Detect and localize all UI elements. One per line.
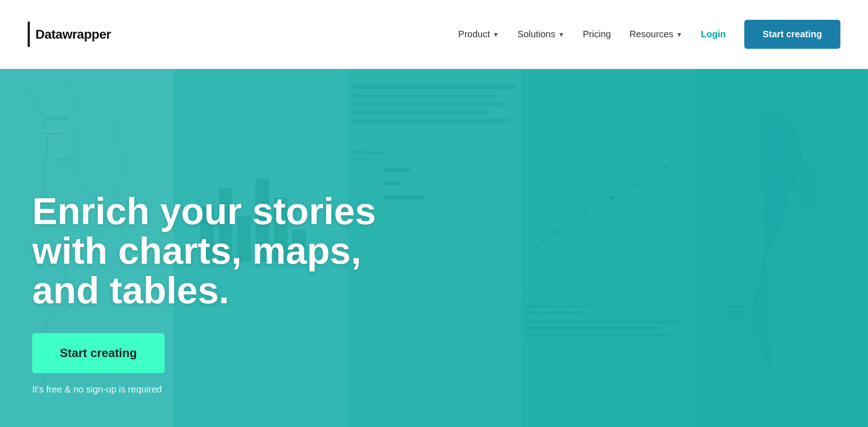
nav-item-resources[interactable]: Resources ▼ bbox=[629, 29, 682, 40]
logo-text: Datawrapper bbox=[35, 27, 111, 42]
nav-product-label: Product bbox=[458, 29, 490, 40]
logo-bar bbox=[28, 22, 30, 47]
hero-cta-button[interactable]: Start creating bbox=[32, 333, 165, 373]
nav-login-link[interactable]: Login bbox=[701, 29, 726, 40]
hero-section: DELAWARE CAMDEN Puttsoe +100 29 40 bbox=[0, 69, 868, 427]
logo[interactable]: Datawrapper bbox=[28, 22, 111, 47]
chevron-down-icon: ▼ bbox=[493, 31, 499, 38]
nav-item-product[interactable]: Product ▼ bbox=[458, 29, 499, 40]
nav-item-pricing[interactable]: Pricing bbox=[583, 29, 611, 40]
nav-item-solutions[interactable]: Solutions ▼ bbox=[517, 29, 564, 40]
navbar: Datawrapper Product ▼ Solutions ▼ Pricin… bbox=[0, 0, 868, 69]
chevron-down-icon: ▼ bbox=[676, 31, 683, 38]
nav-links: Product ▼ Solutions ▼ Pricing Resources … bbox=[458, 20, 840, 49]
hero-content: Enrich your stories with charts, maps, a… bbox=[0, 69, 868, 427]
nav-solutions-label: Solutions bbox=[517, 29, 555, 40]
hero-headline: Enrich your stories with charts, maps, a… bbox=[32, 191, 423, 310]
nav-cta-button[interactable]: Start creating bbox=[744, 20, 840, 49]
hero-sub-text: It's free & no sign-up is required bbox=[32, 384, 836, 395]
nav-pricing-label: Pricing bbox=[583, 29, 611, 40]
chevron-down-icon: ▼ bbox=[558, 31, 564, 38]
nav-resources-label: Resources bbox=[629, 29, 673, 40]
